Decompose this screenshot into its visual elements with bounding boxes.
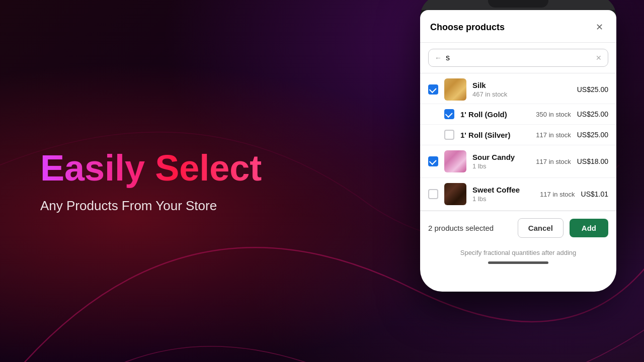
subheadline: Any Products From Your Store — [40, 198, 262, 214]
product-stock-silk: 467 in stock — [472, 90, 571, 98]
product-stock-inline-sweet-coffee: 117 in stock — [540, 191, 575, 198]
product-stock-silk-silver: 117 in stock — [536, 131, 571, 139]
product-info-sour-candy: Sour Candy 1 lbs — [472, 153, 530, 170]
product-list: Silk 467 in stock US$25.00 1' Roll (Gold… — [420, 73, 616, 211]
selected-count: 2 products selected — [428, 224, 512, 232]
product-info-silk-silver: 1' Roll (Silver) — [460, 131, 530, 139]
add-button[interactable]: Add — [570, 219, 608, 237]
product-name-sour-candy: Sour Candy — [472, 153, 530, 161]
modal-footer: 2 products selected Cancel Add — [420, 211, 616, 245]
product-thumb-sweet-coffee — [444, 183, 466, 205]
headline: Easily Select — [40, 148, 262, 188]
product-stock-inline-sour-candy: 117 in stock — [536, 158, 571, 165]
checkbox-silk-silver[interactable] — [444, 130, 454, 140]
product-info-silk: Silk 467 in stock — [472, 81, 571, 98]
product-stock-sweet-coffee: 1 lbs — [472, 195, 534, 203]
checkbox-sour-candy[interactable] — [428, 156, 438, 166]
back-icon[interactable]: ← — [435, 54, 442, 62]
phone-wrapper: Choose products ✕ ← ✕ — [413, 0, 624, 362]
product-price-silk-silver: US$25.00 — [577, 131, 608, 139]
product-name-silk-gold: 1' Roll (Gold) — [460, 110, 530, 119]
modal-title: Choose products — [430, 22, 505, 33]
product-item-silk-silver[interactable]: 1' Roll (Silver) 117 in stock US$25.00 — [420, 125, 616, 145]
product-price-sweet-coffee: US$1.01 — [581, 190, 608, 198]
search-container: ← ✕ — [420, 43, 616, 73]
cancel-button[interactable]: Cancel — [518, 218, 564, 238]
checkbox-silk-gold[interactable] — [444, 109, 454, 119]
phone: Choose products ✕ ← ✕ — [420, 0, 616, 292]
checkbox-silk[interactable] — [428, 84, 438, 95]
phone-notch — [488, 0, 548, 8]
modal-header: Choose products ✕ — [420, 10, 616, 43]
product-price-sour-candy: US$18.00 — [577, 157, 608, 165]
search-clear-icon[interactable]: ✕ — [596, 54, 602, 62]
product-name-sweet-coffee: Sweet Coffee — [472, 186, 534, 194]
product-name-silk: Silk — [472, 81, 571, 89]
product-price-silk-gold: US$25.00 — [577, 110, 608, 118]
product-price-silk: US$25.00 — [577, 85, 608, 94]
search-bar: ← ✕ — [428, 49, 608, 67]
product-item-silk[interactable]: Silk 467 in stock US$25.00 — [420, 73, 616, 104]
checkbox-sweet-coffee[interactable] — [428, 189, 438, 199]
product-name-silk-silver: 1' Roll (Silver) — [460, 131, 530, 139]
product-info-silk-gold: 1' Roll (Gold) — [460, 110, 530, 119]
product-thumb-silk — [444, 78, 466, 101]
close-button[interactable]: ✕ — [592, 20, 606, 34]
phone-top-bar — [420, 0, 616, 10]
product-info-sweet-coffee: Sweet Coffee 1 lbs — [472, 186, 534, 203]
product-item-silk-gold[interactable]: 1' Roll (Gold) 350 in stock US$25.00 — [420, 104, 616, 125]
product-stock-silk-gold: 350 in stock — [536, 111, 571, 118]
product-thumb-sour-candy — [444, 150, 466, 172]
modal-hint: Specify fractional quantities after addi… — [420, 245, 616, 256]
product-item-sour-candy[interactable]: Sour Candy 1 lbs 117 in stock US$18.00 — [420, 145, 616, 178]
product-stock-sour-candy: 1 lbs — [472, 162, 530, 170]
home-indicator — [488, 261, 548, 264]
product-item-sweet-coffee[interactable]: Sweet Coffee 1 lbs 117 in stock US$1.01 — [420, 178, 616, 211]
search-input[interactable] — [446, 53, 592, 62]
modal: Choose products ✕ ← ✕ — [420, 10, 616, 292]
left-content: Easily Select Any Products From Your Sto… — [40, 148, 262, 214]
